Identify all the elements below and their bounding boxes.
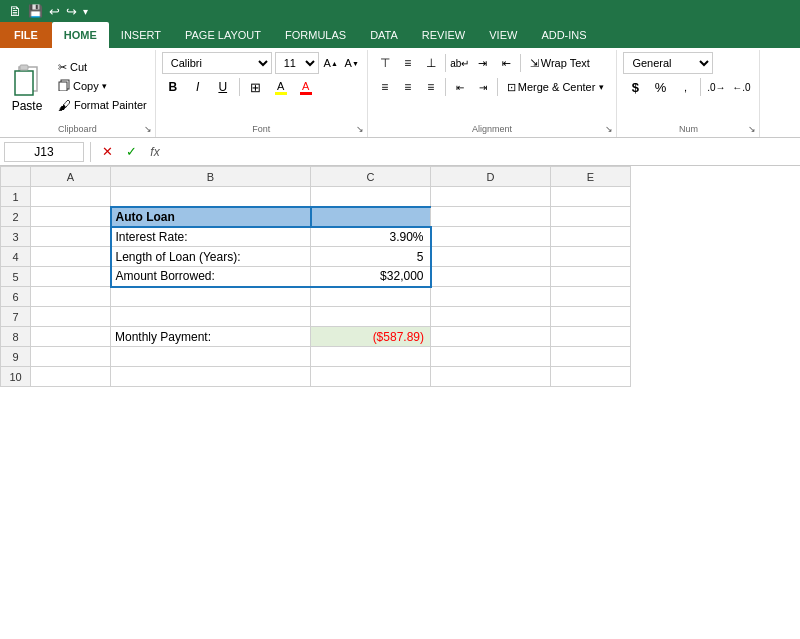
align-middle-button[interactable]: ≡ <box>397 52 419 74</box>
font-family-select[interactable]: Calibri <box>162 52 272 74</box>
cell-a3[interactable] <box>31 227 111 247</box>
cell-b8[interactable]: Monthly Payment: <box>111 327 311 347</box>
font-size-decrease[interactable]: A▼ <box>343 53 361 73</box>
merge-dropdown[interactable]: ▾ <box>599 82 604 92</box>
formula-cancel-button[interactable]: ✕ <box>97 142 117 162</box>
indent-increase-button[interactable]: ⇥ <box>472 52 494 74</box>
formula-fx-button[interactable]: fx <box>145 142 165 162</box>
underline-button[interactable]: U <box>212 76 234 98</box>
format-painter-button[interactable]: 🖌 Format Painter <box>54 96 151 115</box>
sheet-scroll-area[interactable]: A B C D E 1 2 <box>0 166 800 639</box>
fill-color-button[interactable]: A <box>270 76 292 98</box>
cell-b6[interactable] <box>111 287 311 307</box>
quick-access-more[interactable]: ▾ <box>83 6 88 17</box>
cell-e5[interactable] <box>551 267 631 287</box>
cell-e4[interactable] <box>551 247 631 267</box>
alignment-expand[interactable]: ↘ <box>605 124 613 134</box>
col-header-d[interactable]: D <box>431 167 551 187</box>
col-header-c[interactable]: C <box>311 167 431 187</box>
font-size-increase[interactable]: A▲ <box>322 53 340 73</box>
row-header-1[interactable]: 1 <box>1 187 31 207</box>
save-icon[interactable]: 💾 <box>28 4 43 18</box>
cell-e7[interactable] <box>551 307 631 327</box>
cell-a4[interactable] <box>31 247 111 267</box>
cell-d7[interactable] <box>431 307 551 327</box>
cell-c8[interactable]: ($587.89) <box>311 327 431 347</box>
cell-e9[interactable] <box>551 347 631 367</box>
cell-d1[interactable] <box>431 187 551 207</box>
row-header-4[interactable]: 4 <box>1 247 31 267</box>
cut-button[interactable]: ✂ Cut <box>54 59 151 76</box>
cell-d9[interactable] <box>431 347 551 367</box>
clipboard-expand[interactable]: ↘ <box>144 124 152 134</box>
cell-b7[interactable] <box>111 307 311 327</box>
cell-c2[interactable] <box>311 207 431 227</box>
cell-d2[interactable] <box>431 207 551 227</box>
cell-c7[interactable] <box>311 307 431 327</box>
bold-button[interactable]: B <box>162 76 184 98</box>
row-header-3[interactable]: 3 <box>1 227 31 247</box>
cell-a6[interactable] <box>31 287 111 307</box>
col-header-b[interactable]: B <box>111 167 311 187</box>
cell-c10[interactable] <box>311 367 431 387</box>
row-header-7[interactable]: 7 <box>1 307 31 327</box>
italic-button[interactable]: I <box>187 76 209 98</box>
cell-a2[interactable] <box>31 207 111 227</box>
cell-reference-input[interactable] <box>4 142 84 162</box>
cell-e2[interactable] <box>551 207 631 227</box>
tab-data[interactable]: DATA <box>358 22 410 48</box>
align-bottom-button[interactable]: ⊥ <box>420 52 442 74</box>
align-center-button[interactable]: ≡ <box>397 76 419 98</box>
cell-c6[interactable] <box>311 287 431 307</box>
cell-b10[interactable] <box>111 367 311 387</box>
formula-confirm-button[interactable]: ✓ <box>121 142 141 162</box>
undo-icon[interactable]: ↩ <box>49 4 60 19</box>
align-top-button[interactable]: ⊤ <box>374 52 396 74</box>
align-decrease-indent[interactable]: ⇤ <box>449 76 471 98</box>
cell-b1[interactable] <box>111 187 311 207</box>
tab-addins[interactable]: ADD-INS <box>529 22 598 48</box>
cell-e1[interactable] <box>551 187 631 207</box>
cell-e3[interactable] <box>551 227 631 247</box>
borders-button[interactable]: ⊞ <box>245 76 267 98</box>
text-direction-button[interactable]: ab↵ <box>449 52 471 74</box>
indent-decrease-button[interactable]: ⇥ <box>495 52 517 74</box>
copy-button[interactable]: Copy ▾ <box>54 77 151 95</box>
tab-review[interactable]: REVIEW <box>410 22 477 48</box>
cell-d5[interactable] <box>431 267 551 287</box>
col-header-a[interactable]: A <box>31 167 111 187</box>
cell-c4[interactable]: 5 <box>311 247 431 267</box>
align-right-button[interactable]: ≡ <box>420 76 442 98</box>
tab-view[interactable]: VIEW <box>477 22 529 48</box>
cell-a7[interactable] <box>31 307 111 327</box>
cell-a1[interactable] <box>31 187 111 207</box>
comma-button[interactable]: , <box>673 76 697 98</box>
decimal-increase[interactable]: .0→ <box>704 76 728 98</box>
decimal-decrease[interactable]: ←.0 <box>729 76 753 98</box>
cell-d8[interactable] <box>431 327 551 347</box>
cell-c1[interactable] <box>311 187 431 207</box>
cell-b2[interactable]: Auto Loan <box>111 207 311 227</box>
cell-c9[interactable] <box>311 347 431 367</box>
tab-page-layout[interactable]: PAGE LAYOUT <box>173 22 273 48</box>
cell-d3[interactable] <box>431 227 551 247</box>
cell-a8[interactable] <box>31 327 111 347</box>
row-header-10[interactable]: 10 <box>1 367 31 387</box>
cell-b9[interactable] <box>111 347 311 367</box>
row-header-2[interactable]: 2 <box>1 207 31 227</box>
tab-insert[interactable]: INSERT <box>109 22 173 48</box>
cell-d4[interactable] <box>431 247 551 267</box>
row-header-5[interactable]: 5 <box>1 267 31 287</box>
paste-button[interactable]: Paste <box>4 52 50 123</box>
tab-formulas[interactable]: FORMULAS <box>273 22 358 48</box>
cell-b5[interactable]: Amount Borrowed: <box>111 267 311 287</box>
col-header-e[interactable]: E <box>551 167 631 187</box>
cell-e6[interactable] <box>551 287 631 307</box>
merge-center-button[interactable]: ⊡ Merge & Center ▾ <box>501 76 611 98</box>
number-format-select[interactable]: General <box>623 52 713 74</box>
align-left-button[interactable]: ≡ <box>374 76 396 98</box>
cell-c3[interactable]: 3.90% <box>311 227 431 247</box>
cell-b3[interactable]: Interest Rate: <box>111 227 311 247</box>
dollar-button[interactable]: $ <box>623 76 647 98</box>
cell-d6[interactable] <box>431 287 551 307</box>
